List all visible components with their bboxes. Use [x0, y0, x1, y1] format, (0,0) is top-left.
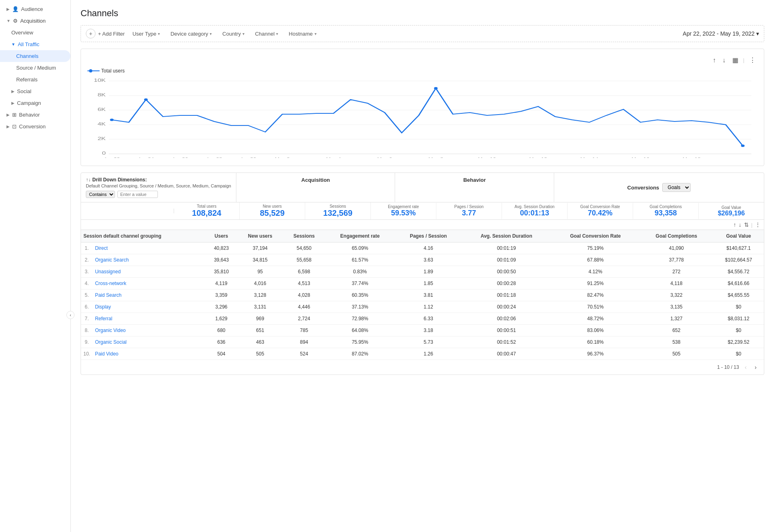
engagement-rate-cell: 87.02%: [325, 348, 395, 360]
sidebar-item-all-traffic[interactable]: ▼ All Traffic: [0, 38, 70, 50]
th-sessions[interactable]: Sessions: [283, 230, 325, 243]
filter-table-button[interactable]: ⇅: [744, 221, 749, 228]
engagement-rate-cell: 37.74%: [325, 278, 395, 289]
toolbar-separator-2: |: [751, 222, 753, 228]
th-new-users[interactable]: New users: [237, 230, 283, 243]
download-icon[interactable]: ↓: [721, 56, 727, 65]
users-cell: 636: [206, 336, 237, 348]
drill-section: ↑↓ Drill Down Dimensions: Default Channe…: [81, 172, 764, 375]
goals-select[interactable]: Goals: [662, 183, 691, 192]
th-avg-session-duration[interactable]: Avg. Session Duration: [461, 230, 551, 243]
goal-conversion-rate-cell: 67.88%: [551, 254, 640, 266]
total-users-value: 108,824: [177, 209, 236, 218]
users-cell: 3,359: [206, 289, 237, 301]
sort-desc-button[interactable]: ↓: [739, 221, 742, 228]
th-channel-grouping: Session default channel grouping: [81, 230, 206, 243]
summary-row: Total users 108,824 New users 85,529 Ses…: [81, 202, 764, 220]
channel-name[interactable]: Organic Video: [93, 325, 206, 336]
sidebar-item-conversion[interactable]: ▶ ⊡ Conversion: [0, 121, 70, 132]
chart-toolbar: ↑ ↓ ▦ | ⋮: [87, 55, 757, 65]
add-filter-circle-icon: +: [86, 29, 96, 38]
th-engagement-rate[interactable]: Engagement rate: [325, 230, 395, 243]
th-pages-session[interactable]: Pages / Session: [395, 230, 461, 243]
filter-chip-user-type[interactable]: User Type ▾: [130, 30, 163, 38]
channel-name[interactable]: Unassigned: [93, 266, 206, 278]
filter-chip-hostname[interactable]: Hostname ▾: [286, 30, 319, 38]
users-cell: 35,810: [206, 266, 237, 278]
sidebar-item-social[interactable]: ▶ Social: [0, 85, 70, 97]
th-goal-value[interactable]: Goal Value: [713, 230, 764, 243]
drill-filter-select[interactable]: Contains: [86, 191, 115, 198]
channel-name[interactable]: Referral: [93, 313, 206, 325]
channel-name[interactable]: Paid Search: [93, 289, 206, 301]
engagement-rate-cell: 72.98%: [325, 313, 395, 325]
more-options-table-button[interactable]: ⋮: [755, 221, 761, 228]
caret-down-icon-4: ▾: [276, 32, 278, 36]
main-content: Channels + + Add Filter User Type ▾ Devi…: [71, 0, 774, 532]
date-range-picker[interactable]: Apr 22, 2022 - May 19, 2022 ▾: [683, 30, 759, 37]
channel-name[interactable]: Organic Search: [93, 254, 206, 266]
sort-asc-button[interactable]: ↑: [734, 221, 736, 228]
sidebar-item-behavior[interactable]: ▶ ⊞ Behavior: [0, 109, 70, 121]
channel-name[interactable]: Direct: [93, 243, 206, 254]
sidebar-item-source-medium[interactable]: Source / Medium: [0, 62, 70, 74]
drill-filter-input[interactable]: [117, 191, 158, 198]
goal-completions-cell: 4,118: [640, 278, 713, 289]
pages-session-cell: 5.73: [395, 336, 461, 348]
new-users-cell: 3,131: [237, 301, 283, 313]
th-goal-conversion-rate[interactable]: Goal Conversion Rate: [551, 230, 640, 243]
svg-text:May 10: May 10: [478, 157, 496, 158]
sidebar-item-campaign[interactable]: ▶ Campaign: [0, 97, 70, 109]
table-row: 10. Paid Video 504 505 524 87.02% 1.26 0…: [81, 348, 764, 360]
th-users[interactable]: Users: [206, 230, 237, 243]
add-filter-button[interactable]: + + Add Filter: [86, 29, 125, 38]
filter-chip-country[interactable]: Country ▾: [219, 30, 247, 38]
svg-point-17: [741, 145, 744, 147]
channel-name[interactable]: Organic Social: [93, 336, 206, 348]
avg-session-duration-cell: 00:00:28: [461, 278, 551, 289]
calendar-icon[interactable]: ▦: [731, 55, 740, 65]
upload-icon[interactable]: ↑: [711, 56, 718, 65]
drill-title: ↑↓ Drill Down Dimensions:: [86, 177, 231, 183]
avg-session-duration-cell: 00:02:06: [461, 313, 551, 325]
goal-conversion-rate-cell: 75.19%: [551, 243, 640, 254]
row-number: 10.: [81, 348, 93, 360]
pagination-prev-button[interactable]: ‹: [742, 363, 749, 371]
table-row: 1. Direct 40,823 37,194 54,650 65.09% 4.…: [81, 243, 764, 254]
th-goal-completions[interactable]: Goal Completions: [640, 230, 713, 243]
users-cell: 3,296: [206, 301, 237, 313]
filter-chip-device-category[interactable]: Device category ▾: [168, 30, 215, 38]
sidebar-item-acquisition[interactable]: ▼ ⚙ Acquisition: [0, 15, 70, 27]
goal-conversion-rate-cell: 96.37%: [551, 348, 640, 360]
chevron-down-icon-traffic: ▼: [11, 42, 15, 47]
sidebar-item-channels[interactable]: Channels: [0, 50, 70, 62]
conversions-group-header: Conversions Goals: [554, 173, 764, 202]
acquisition-group-header: Acquisition: [236, 173, 396, 202]
svg-text:6K: 6K: [98, 107, 106, 112]
goal-completions-cell: 272: [640, 266, 713, 278]
sidebar-item-audience[interactable]: ▶ 👤 Audience: [0, 3, 70, 15]
acquisition-icon: ⚙: [13, 18, 18, 24]
pagination: 1 - 10 / 13 ‹ ›: [81, 360, 764, 375]
channel-name[interactable]: Cross-network: [93, 278, 206, 289]
filter-chip-channel[interactable]: Channel ▾: [252, 30, 281, 38]
goal-value-cell: $0: [713, 348, 764, 360]
avg-session-duration-cell: 00:00:24: [461, 301, 551, 313]
new-users-cell: 505: [237, 348, 283, 360]
goal-value-cell: $102,664.57: [713, 254, 764, 266]
channel-name[interactable]: Paid Video: [93, 348, 206, 360]
table-row: 2. Organic Search 39,643 34,815 55,658 6…: [81, 254, 764, 266]
goal-value-cell: $2,239.52: [713, 336, 764, 348]
sidebar-collapse-button[interactable]: ‹: [66, 311, 71, 319]
channel-name[interactable]: Display: [93, 301, 206, 313]
row-number: 7.: [81, 313, 93, 325]
svg-text:0: 0: [102, 151, 106, 156]
pagination-next-button[interactable]: ›: [752, 363, 759, 371]
goal-conversion-rate-cell: 82.47%: [551, 289, 640, 301]
sidebar-item-overview[interactable]: Overview: [0, 27, 70, 38]
sidebar-item-referrals[interactable]: Referrals: [0, 74, 70, 85]
pages-session-cell: 1.12: [395, 301, 461, 313]
more-options-icon[interactable]: ⋮: [748, 55, 757, 65]
table-row: 6. Display 3,296 3,131 4,446 37.13% 1.12…: [81, 301, 764, 313]
engagement-rate-cell: 75.95%: [325, 336, 395, 348]
